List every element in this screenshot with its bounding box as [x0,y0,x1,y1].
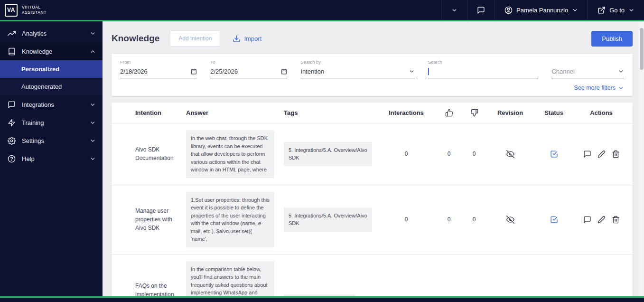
import-icon [233,35,241,43]
sidebar-item-label: Settings [22,137,44,144]
chevron-down-icon [409,68,415,75]
chevron-down-icon [90,30,96,37]
topbar-dropdown-button[interactable] [441,0,467,20]
col-answer: Answer [186,109,284,116]
chevron-up-icon [90,48,96,55]
col-intention: Intention [135,109,186,116]
content: Analytics Knowledge Personalized Autogen… [0,21,644,296]
table-header-row: Intention Answer Tags Interactions Revis… [112,103,633,123]
col-actions: Actions [570,109,633,116]
from-date-field[interactable]: From 2/18/2026 [120,59,197,78]
chevron-down-icon [90,120,96,126]
filters-panel: From 2/18/2026 To 2/25/2026 [112,54,633,96]
from-date-value: 2/18/2026 [120,68,188,75]
topbar-right: Pamela Pannunzio Go to [441,0,644,20]
goto-menu[interactable]: Go to [588,0,644,20]
topbar-chat-button[interactable] [467,0,495,20]
brand: VA VIRTUAL ASSISTANT [0,0,103,20]
delete-action-button[interactable] [612,150,620,158]
channel-select[interactable]: Channel [551,59,624,78]
sidebar-item-settings[interactable]: Settings [0,132,103,150]
intention-cell: Manage user properties with Aivo SDK [135,207,186,232]
tags-cell: 5. Integrations/5.A. Overview/Aivo SDK [284,142,380,166]
brand-name: VIRTUAL ASSISTANT [22,5,47,15]
status-check-icon [550,150,558,158]
edit-action-button[interactable] [597,216,606,224]
eye-off-icon [506,150,514,158]
filters-row: From 2/18/2026 To 2/25/2026 [120,59,624,78]
interactions-count: 0 [380,216,432,223]
revision-cell [483,216,538,224]
to-label: To [210,59,287,65]
sidebar-item-autogenerated[interactable]: Autogenerated [0,78,103,95]
add-intention-button[interactable]: Add intention [170,30,220,47]
eye-off-icon [506,216,514,224]
table-row[interactable]: FAQs on the implementation of different … [112,255,633,297]
knowledge-table: Intention Answer Tags Interactions Revis… [112,103,633,296]
book-icon [8,47,16,56]
comment-action-button[interactable] [583,150,591,158]
table-row[interactable]: Manage user properties with Aivo SDK 1.S… [112,185,633,255]
to-date-field[interactable]: To 2/25/2026 [210,59,287,78]
comment-action-button[interactable] [583,216,591,224]
scrollbar-thumb[interactable] [640,28,644,70]
app-root: VA VIRTUAL ASSISTANT Pamela Pannunzio Go… [0,0,644,302]
status-cell[interactable] [538,150,570,158]
intention-cell: FAQs on the implementation of different … [135,282,186,297]
user-menu[interactable]: Pamela Pannunzio [495,0,588,20]
sidebar-subitem-label: Autogenerated [21,83,62,90]
sidebar-item-label: Knowledge [22,48,52,55]
publish-button[interactable]: Publish [591,31,633,47]
channel-value: Channel [551,68,615,75]
likes-count: 0 [432,151,466,157]
analytics-icon [8,29,16,38]
search-by-value: Intention [300,68,405,75]
tag-box: 5. Integrations/5.A. Overview/Aivo SDK [284,142,372,166]
chevron-down-icon [628,7,635,13]
sidebar-item-analytics[interactable]: Analytics [0,24,103,42]
answer-box: In the comparison table below, you'll fi… [186,261,274,297]
calendar-icon[interactable] [191,68,197,75]
brand-line2: ASSISTANT [22,10,47,15]
footer-strip [0,298,644,302]
sidebar-item-help[interactable]: Help [0,150,103,168]
col-likes [432,109,466,117]
status-cell[interactable] [538,216,570,224]
chevron-down-icon [572,7,578,13]
pencil-icon [597,150,606,158]
sidebar-item-training[interactable]: Training [0,113,103,132]
goto-label: Go to [609,7,625,14]
sidebar-item-integrations[interactable]: Integrations [0,95,103,113]
main-area: Knowledge Add intention Import Publish F… [103,21,644,296]
col-status: Status [538,109,570,116]
dislikes-count: 0 [466,216,483,223]
sidebar-item-label: Analytics [22,30,47,37]
see-more-label: See more filters [574,85,616,91]
edit-action-button[interactable] [597,150,606,158]
chat-icon [583,150,591,158]
sidebar-subitem-label: Personalized [21,66,59,73]
chevron-down-icon [90,138,96,144]
vertical-scrollbar[interactable] [639,21,644,296]
table-row[interactable]: Aivo SDK Documentation In the web chat, … [112,123,633,185]
page-header: Knowledge Add intention Import Publish [112,30,633,47]
col-interactions: Interactions [380,109,432,116]
calendar-icon[interactable] [281,68,287,75]
search-input[interactable] [432,68,539,75]
see-more-filters-link[interactable]: See more filters [574,85,624,91]
col-revision: Revision [483,109,538,116]
chevron-down-icon [618,68,624,75]
trash-icon [612,150,620,158]
sidebar-item-personalized[interactable]: Personalized [0,60,103,78]
search-by-select[interactable]: Search by Intention [300,59,414,78]
delete-action-button[interactable] [612,216,620,224]
answer-cell: 1.Set user properties: through this even… [186,192,284,247]
sidebar-item-knowledge[interactable]: Knowledge [0,42,103,60]
actions-cell [570,150,633,158]
import-button[interactable]: Import [233,35,261,43]
sidebar-item-label: Help [22,155,35,162]
search-field: Search [428,59,539,78]
revision-cell [483,150,538,158]
trash-icon [612,216,620,224]
lightning-icon [8,119,16,127]
